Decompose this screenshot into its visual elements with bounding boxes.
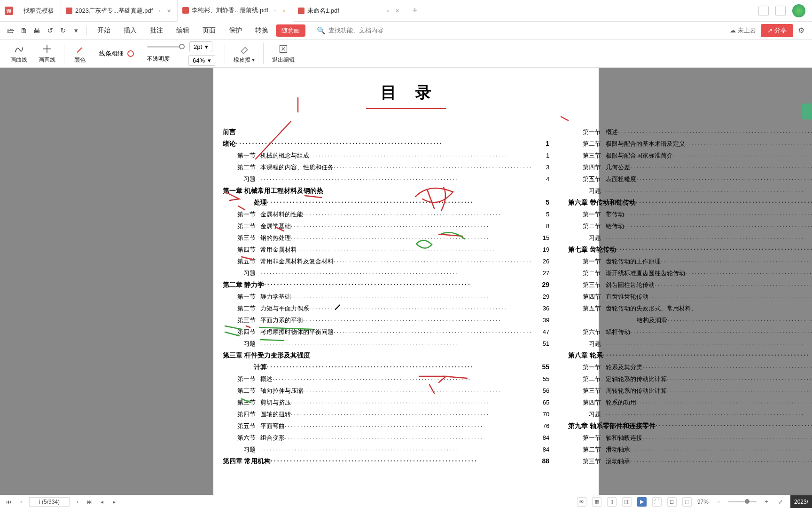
toc-line: 第二节金属学基础8 [223, 222, 549, 230]
gear-icon[interactable]: ⚙ [798, 26, 807, 35]
app-logo: W [5, 7, 13, 15]
share-button[interactable]: ↗分享 [761, 24, 793, 37]
nav-fwd-button[interactable]: ▸ [110, 498, 118, 506]
tab-menu-icon[interactable]: ▫ [387, 8, 392, 14]
toc-line: 习题191 [568, 410, 812, 419]
tab-1[interactable]: 2023广东省专...基础真题.pdf ▫ ✕ [61, 0, 177, 22]
color-picker[interactable]: 颜色 [67, 43, 93, 64]
toc-line: 计算55 [223, 363, 549, 372]
single-page-icon[interactable]: ▯ [607, 497, 617, 507]
tab-2[interactable]: 李纯彬、刘静香...最前线.pdf ▫ ● [177, 0, 293, 22]
search-input[interactable] [328, 27, 422, 34]
zoom-level[interactable]: 97% [697, 499, 709, 505]
toc-line: 第一节带传动142 [568, 210, 812, 219]
share-label: 分享 [774, 26, 787, 35]
zoom-out-button[interactable]: − [714, 498, 723, 506]
exit-edit-button[interactable]: 退出编辑 [266, 43, 300, 64]
toc-line: 第四节几何公差127 [568, 163, 812, 172]
toc-line: 第三节剪切与挤压65 [223, 398, 549, 407]
toc-line: 第六章 带传动和链传动142 [568, 198, 812, 207]
view-mode-1-icon[interactable]: ▦ [592, 497, 601, 507]
opacity-slider[interactable] [147, 46, 185, 48]
redo-icon[interactable]: ↻ [57, 25, 69, 36]
print-icon[interactable]: 🖶 [31, 25, 42, 36]
thickness-preview-icon[interactable] [127, 50, 134, 57]
divider [64, 43, 64, 64]
close-icon[interactable]: ✕ [167, 8, 172, 14]
tab-label: 李纯彬、刘静香...最前线.pdf [192, 6, 268, 15]
fit-width-icon[interactable]: ⛶ [652, 497, 662, 507]
menu-convert[interactable]: 转换 [250, 26, 274, 35]
toc-line: 第四节常用金属材料19 [223, 246, 549, 254]
menu-draw[interactable]: 随意画 [276, 24, 305, 37]
crop-icon[interactable]: ◻ [667, 497, 677, 507]
side-panel-toggle[interactable] [802, 103, 812, 119]
chevron-down-icon: ▾ [205, 43, 208, 50]
menu-page[interactable]: 页面 [197, 26, 221, 35]
pen-cursor-icon [334, 302, 342, 310]
toc-line: 习题4 [223, 175, 549, 183]
toc-line: 第一章 机械常用工程材料及钢的热 [223, 187, 549, 195]
open-icon[interactable]: 🗁 [5, 25, 16, 36]
tab-3[interactable]: 未命名1.pdf ▫ ✕ [293, 0, 406, 22]
divider [225, 43, 225, 64]
close-icon[interactable]: ✕ [395, 8, 401, 14]
home-tab[interactable]: 找稻壳模板 [17, 7, 61, 15]
eraser-icon [237, 43, 251, 55]
toc-line: 第一节概述116 [568, 128, 812, 136]
divider [263, 43, 264, 64]
eye-icon[interactable]: 👁 [577, 497, 586, 507]
nav-back-button[interactable]: ◂ [98, 498, 106, 506]
toc-line: 第一节轴和轴毂连接193 [568, 434, 812, 442]
toc-column-right: 第一节概述116第二节极限与配合的基本术语及定义117第三节极限与配合国家标准简… [568, 128, 812, 469]
tab-menu-icon[interactable]: ▫ [274, 8, 280, 13]
zoom-select[interactable]: 64%▾ [188, 55, 215, 66]
toc-line: 第二章 静力学29 [223, 281, 549, 289]
next-page-button[interactable]: › [73, 498, 82, 506]
eraser-tool[interactable]: 橡皮擦 ▾ [228, 43, 260, 64]
tab-label: 未命名1.pdf [307, 7, 339, 15]
toc-line: 第一节概述55 [223, 375, 549, 383]
avatar[interactable] [792, 4, 805, 17]
curve-label: 画曲线 [10, 56, 27, 64]
toc-line: 第四节轮系的功用189 [568, 398, 812, 407]
curve-tool[interactable]: 画曲线 [5, 43, 33, 64]
zoom-in-button[interactable]: + [762, 498, 771, 506]
cloud-status[interactable]: ☁未上云 [730, 26, 756, 35]
toc-line: 结构及润滑172 [568, 316, 812, 325]
prev-page-button[interactable]: ‹ [17, 498, 25, 506]
two-page-icon[interactable]: ▯▯ [622, 497, 632, 507]
new-tab-button[interactable]: + [406, 6, 424, 16]
play-button[interactable]: ▶ [637, 497, 647, 507]
toc-line: 第二节滑动轴承204 [568, 445, 812, 454]
tab-menu-icon[interactable]: ▫ [158, 8, 164, 14]
first-page-button[interactable]: ⏮ [5, 498, 13, 506]
eraser-label: 橡皮擦 ▾ [234, 56, 255, 64]
toc-line: 习题155 [568, 234, 812, 242]
dropdown-icon[interactable]: ▾ [70, 25, 82, 36]
page-input[interactable]: i (5/334) [29, 497, 70, 507]
window-layout-icon[interactable] [758, 6, 769, 16]
last-page-button[interactable]: ⏭ [86, 498, 94, 506]
menu-protect[interactable]: 保护 [223, 26, 248, 35]
toc-line: 习题27 [223, 269, 549, 278]
apps-icon[interactable] [775, 6, 786, 16]
fullscreen-icon[interactable]: ⤢ [776, 498, 785, 506]
document-viewport[interactable]: 目录 前言绪论1第一节机械的概念与组成1第二节本课程的内容、性质和任务3习题4第… [0, 68, 812, 495]
menu-edit[interactable]: 编辑 [171, 26, 195, 35]
toc-line: 第四节圆轴的扭转70 [223, 410, 549, 419]
toc-line: 第三节平面力系的平衡39 [223, 316, 549, 325]
toc-line: 第九章 轴系零部件和连接零件193 [568, 422, 812, 430]
size-select[interactable]: 2pt▾ [189, 41, 212, 52]
toc-line: 第三章 杆件受力变形及其强度 [223, 351, 549, 360]
line-tool[interactable]: 画直线 [33, 43, 61, 64]
toc-line: 处理5 [223, 198, 549, 207]
save-icon[interactable]: 🗎 [18, 25, 29, 36]
zoom-slider[interactable] [728, 501, 757, 502]
menu-insert[interactable]: 插入 [118, 26, 142, 35]
fit-page-icon[interactable]: ⬚ [682, 497, 692, 507]
menu-start[interactable]: 开始 [92, 26, 116, 35]
menu-comment[interactable]: 批注 [144, 26, 169, 35]
status-bar: ⏮ ‹ i (5/334) › ⏭ ◂ ▸ 👁 ▦ ▯ ▯▯ ▶ ⛶ ◻ ⬚ 9… [0, 495, 812, 508]
undo-icon[interactable]: ↻ [44, 25, 55, 36]
